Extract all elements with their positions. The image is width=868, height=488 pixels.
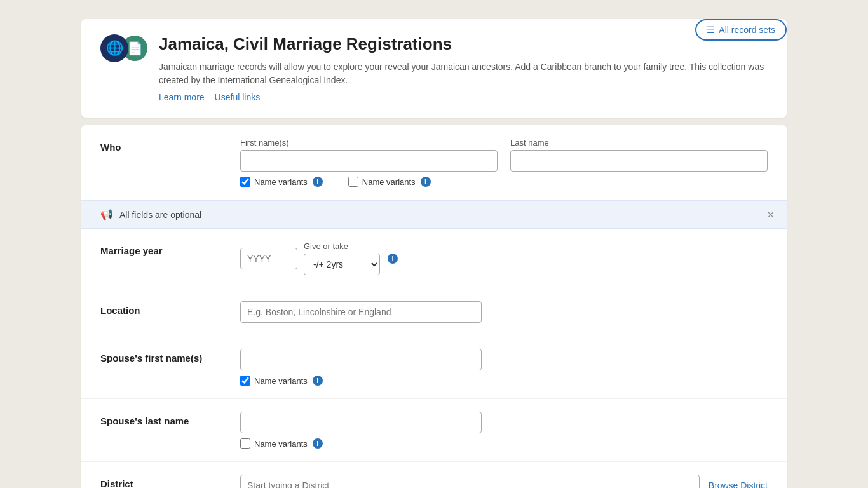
spouse-last-name-variants: Name variants i [240, 438, 768, 449]
who-label: Who [100, 138, 240, 152]
district-section: District Browse District [81, 462, 787, 488]
last-name-group: Last name [510, 138, 768, 172]
header-content: Jamaica, Civil Marriage Registrations Ja… [159, 34, 768, 102]
location-section: Location [81, 288, 787, 336]
spouse-first-name-info-icon[interactable]: i [313, 376, 323, 386]
spouse-last-name-input[interactable] [240, 412, 482, 433]
first-name-label: First name(s) [240, 138, 498, 147]
spouse-last-name-variants-label: Name variants [254, 439, 308, 449]
name-fields-inline: First name(s) Last name [240, 138, 768, 172]
marriage-year-info-icon[interactable]: i [388, 254, 398, 264]
spouse-first-name-variants-checkbox[interactable] [240, 376, 250, 386]
spouse-last-name-section: Spouse's last name Name variants i [81, 399, 787, 462]
spouse-last-name-label: Spouse's last name [100, 412, 240, 426]
alert-banner: 📢 All fields are optional × [81, 200, 787, 229]
first-name-input[interactable] [240, 150, 498, 172]
header-card: 🌐 📄 Jamaica, Civil Marriage Registration… [81, 19, 787, 118]
give-or-take-select[interactable]: -/+ 1yr -/+ 2yrs -/+ 5yrs -/+ 10yrs [304, 254, 380, 275]
spouse-last-name-variants-checkbox[interactable] [240, 438, 250, 449]
first-name-variants-label: Name variants [254, 177, 308, 187]
spouse-first-name-input[interactable] [240, 349, 482, 370]
all-record-sets-button[interactable]: ☰ All record sets [695, 19, 787, 41]
last-name-variants: Name variants i [348, 177, 431, 187]
district-input[interactable] [240, 475, 700, 488]
first-name-variants: Name variants i [240, 177, 323, 187]
page-title: Jamaica, Civil Marriage Registrations [159, 34, 768, 54]
form-card: Who First name(s) Last name Name var [81, 125, 787, 488]
spouse-first-name-variants-label: Name variants [254, 376, 308, 386]
globe-icon: 🌐 [100, 34, 128, 62]
first-name-variants-checkbox[interactable] [240, 177, 250, 187]
location-fields [240, 301, 768, 323]
district-fields: Browse District [240, 475, 768, 488]
spouse-first-name-section: Spouse's first name(s) Name variants i [81, 336, 787, 399]
page-description: Jamaican marriage records will allow you… [159, 60, 768, 87]
first-name-group: First name(s) [240, 138, 498, 172]
who-section: Who First name(s) Last name Name var [81, 125, 787, 200]
who-fields: First name(s) Last name Name variants i [240, 138, 768, 187]
name-variants-row: Name variants i Name variants i [240, 177, 768, 187]
district-label: District [100, 475, 240, 488]
list-icon: ☰ [707, 25, 715, 35]
give-or-take-label: Give or take [304, 241, 380, 251]
browse-district-link[interactable]: Browse District [709, 480, 768, 488]
spouse-last-name-info-icon[interactable]: i [313, 438, 323, 449]
header-links: Learn more Useful links [159, 92, 768, 102]
first-name-info-icon[interactable]: i [313, 177, 323, 187]
marriage-year-input[interactable] [240, 248, 297, 269]
marriage-year-fields: Give or take -/+ 1yr -/+ 2yrs -/+ 5yrs -… [240, 241, 768, 275]
marriage-year-section: Marriage year Give or take -/+ 1yr -/+ 2… [81, 229, 787, 288]
megaphone-icon: 📢 [100, 208, 113, 220]
last-name-info-icon[interactable]: i [421, 177, 431, 187]
spouse-last-name-fields: Name variants i [240, 412, 768, 449]
last-name-input[interactable] [510, 150, 768, 172]
alert-message: All fields are optional [119, 210, 201, 220]
location-label: Location [100, 301, 240, 316]
last-name-variants-checkbox[interactable] [348, 177, 358, 187]
alert-close-button[interactable]: × [767, 208, 774, 221]
learn-more-link[interactable]: Learn more [159, 92, 205, 102]
location-input[interactable] [240, 301, 482, 323]
useful-links-link[interactable]: Useful links [215, 92, 261, 102]
give-take-group: Give or take -/+ 1yr -/+ 2yrs -/+ 5yrs -… [304, 241, 380, 275]
marriage-year-label: Marriage year [100, 241, 240, 256]
header-icons: 🌐 📄 [100, 34, 147, 62]
spouse-first-name-label: Spouse's first name(s) [100, 349, 240, 363]
last-name-variants-label: Name variants [362, 177, 416, 187]
district-row: Browse District [240, 475, 768, 488]
spouse-first-name-variants: Name variants i [240, 376, 768, 386]
give-take-row: Give or take -/+ 1yr -/+ 2yrs -/+ 5yrs -… [240, 241, 768, 275]
spouse-first-name-fields: Name variants i [240, 349, 768, 386]
last-name-label: Last name [510, 138, 768, 147]
